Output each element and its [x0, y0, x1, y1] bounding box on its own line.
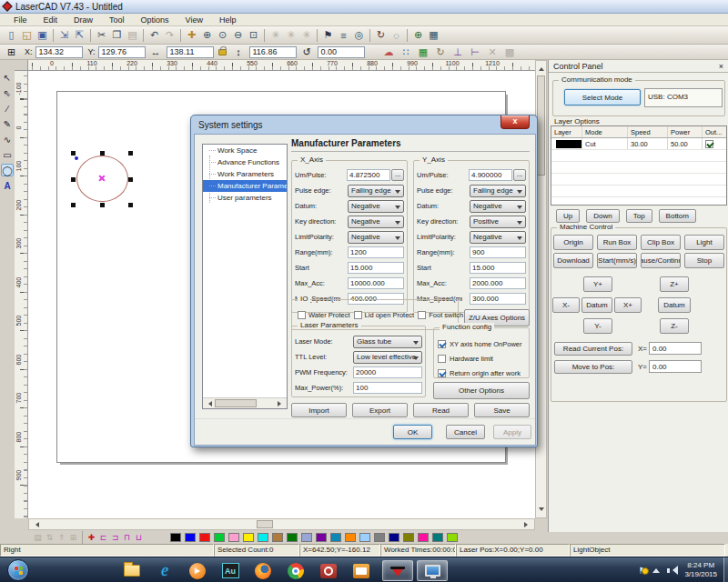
tree-item-manufacturer-parameters[interactable]: Manufacturer Paramet — [203, 180, 287, 192]
selection-handle-w[interactable] — [71, 177, 76, 182]
laser-mode[interactable]: Glass tube — [353, 336, 422, 348]
water-protect-checkbox[interactable] — [298, 311, 306, 319]
tree-item-work-space[interactable]: Work Space — [203, 145, 287, 156]
return-origin-after-work-checkbox[interactable] — [438, 369, 446, 377]
pause-continue-button[interactable]: Pause/Continue — [641, 253, 681, 268]
align-bottom-icon[interactable]: ⊔ — [133, 531, 145, 543]
foot-switch-checkbox[interactable] — [418, 311, 426, 319]
color-swatch[interactable] — [185, 533, 196, 542]
tree-scroll-thumb[interactable] — [215, 399, 257, 407]
color-swatch[interactable] — [403, 533, 414, 542]
y-position-input[interactable]: 129.76 — [98, 46, 146, 58]
simulate-icon[interactable]: ↻ — [373, 28, 389, 43]
cut-icon[interactable]: ✂ — [94, 28, 109, 43]
zoom-icon[interactable]: ⊙ — [215, 28, 230, 43]
tree-item-user-parameters[interactable]: User parameters — [203, 192, 287, 204]
taskbar-picture-manager-button[interactable] — [348, 560, 375, 581]
group-icon[interactable]: ∷ — [398, 45, 415, 59]
rotation-input[interactable]: 0.00 — [318, 46, 365, 58]
menu-item[interactable]: Tool — [101, 15, 133, 25]
color-swatch[interactable] — [374, 533, 385, 542]
anchor-grid-icon[interactable]: ⊞ — [4, 45, 19, 59]
menu-item[interactable]: Options — [133, 15, 177, 25]
jog-x-minus-button[interactable]: X- — [552, 297, 580, 313]
start-button[interactable]: Start(mm/s) — [597, 253, 637, 268]
pan-icon[interactable]: ✚ — [184, 28, 199, 43]
x-start[interactable]: 15.000 — [348, 262, 404, 274]
y-key-direction[interactable]: Positive — [470, 216, 526, 228]
color-swatch[interactable] — [316, 533, 327, 542]
color-swatch[interactable] — [243, 533, 254, 542]
x-pulse-edge[interactable]: Falling edge — [348, 185, 404, 197]
y-um-pulse[interactable]: 4.900000 — [469, 169, 512, 181]
show-desktop-button[interactable] — [723, 557, 728, 582]
layer-row[interactable]: Cut 30.00 50.00 — [551, 138, 726, 150]
light-button[interactable]: Light — [684, 235, 724, 250]
jog-z-plus-button[interactable]: Z+ — [660, 276, 689, 292]
layer-output-checkbox[interactable] — [705, 140, 713, 148]
color-swatch[interactable] — [301, 533, 312, 542]
origin-point-icon[interactable]: ✚ — [86, 531, 97, 543]
node-tool-icon[interactable]: ⇖ — [1, 86, 14, 99]
jog-y-plus-button[interactable]: Y+ — [583, 276, 612, 292]
color-swatch[interactable] — [228, 533, 239, 542]
layer-color-swatch[interactable] — [556, 140, 581, 148]
canvas-horizontal-scrollbar[interactable] — [28, 518, 535, 530]
zoom-in-icon[interactable]: ⊕ — [199, 28, 215, 43]
taskbar-audition-button[interactable]: Au — [217, 560, 244, 581]
pos-x-input[interactable]: 0.00 — [649, 342, 702, 355]
datum-xy-button[interactable]: Datum — [581, 297, 612, 313]
color-swatch[interactable] — [272, 533, 283, 542]
xy-home-onpower-checkbox[interactable] — [438, 340, 446, 348]
copy-icon[interactable]: ❐ — [109, 28, 125, 43]
control-panel-close-icon[interactable]: × — [719, 62, 723, 71]
pos-y-input[interactable]: 0.00 — [649, 360, 702, 373]
zoom-extent-icon[interactable]: ⊡ — [246, 28, 261, 43]
layer-top-button[interactable]: Top — [626, 209, 652, 223]
jog-z-minus-button[interactable]: Z- — [660, 318, 689, 334]
hidden-icons-chevron[interactable] — [652, 565, 660, 573]
selection-handle-ne[interactable] — [128, 151, 133, 156]
color-swatch[interactable] — [359, 533, 370, 542]
layer-down-button[interactable]: Down — [586, 209, 619, 223]
hardware-limit-checkbox[interactable] — [438, 355, 446, 363]
preview-icon[interactable]: ▦ — [426, 28, 441, 43]
layer-speed-cell[interactable]: 30.00 — [628, 138, 668, 149]
layer-output-cell[interactable] — [703, 138, 724, 149]
undo-icon[interactable]: ↶ — [147, 28, 162, 43]
mirror-h-icon[interactable]: ⊢ — [467, 45, 484, 59]
taskbar-lasercad-button[interactable] — [382, 560, 413, 581]
taskbar-clock[interactable]: 8:24 PM 3/19/2015 — [684, 561, 717, 579]
layer-mode-cell[interactable]: Cut — [582, 138, 628, 149]
rotate-icon[interactable]: ↻ — [432, 45, 450, 59]
action-center-icon[interactable]: ⚑ — [638, 566, 646, 576]
tree-horizontal-scrollbar[interactable] — [203, 397, 287, 408]
x-datum[interactable]: Negative — [348, 200, 404, 213]
read-current-pos-button[interactable]: Read Current Pos: — [554, 342, 632, 356]
horizontal-scroll-thumb[interactable] — [257, 520, 273, 528]
y-range[interactable]: 900 — [470, 246, 526, 258]
volume-icon[interactable] — [667, 566, 677, 576]
y-datum[interactable]: Negative — [470, 200, 526, 213]
align-left-icon[interactable]: ⊏ — [97, 531, 109, 543]
weld-icon[interactable]: ☁ — [380, 45, 398, 59]
menu-item[interactable]: View — [177, 15, 211, 25]
taskbar-media-player-button[interactable]: ▶ — [184, 560, 211, 581]
selection-handle-sw[interactable] — [71, 203, 76, 207]
layer-up-button[interactable]: Up — [556, 209, 580, 223]
menu-item[interactable]: Edit — [35, 15, 66, 25]
x-key-direction[interactable]: Negative — [348, 216, 404, 228]
other-options-button[interactable]: Other Options — [433, 382, 530, 399]
pick-icon[interactable]: ⚑ — [320, 28, 336, 43]
color-swatch[interactable] — [432, 533, 443, 542]
select-tool-icon[interactable]: ↖ — [1, 71, 14, 84]
new-icon[interactable]: ▯ — [4, 28, 19, 43]
dialog-close-button[interactable]: x — [500, 115, 530, 129]
width-input[interactable]: 138.11 — [167, 46, 214, 58]
measure-icon[interactable]: ◎ — [351, 28, 367, 43]
line-tool-icon[interactable]: ∕ — [1, 102, 14, 115]
jog-y-minus-button[interactable]: Y- — [583, 318, 612, 334]
import-button[interactable]: Import — [291, 403, 347, 417]
open-icon[interactable]: ◱ — [19, 28, 35, 43]
menu-item[interactable]: File — [5, 15, 35, 25]
